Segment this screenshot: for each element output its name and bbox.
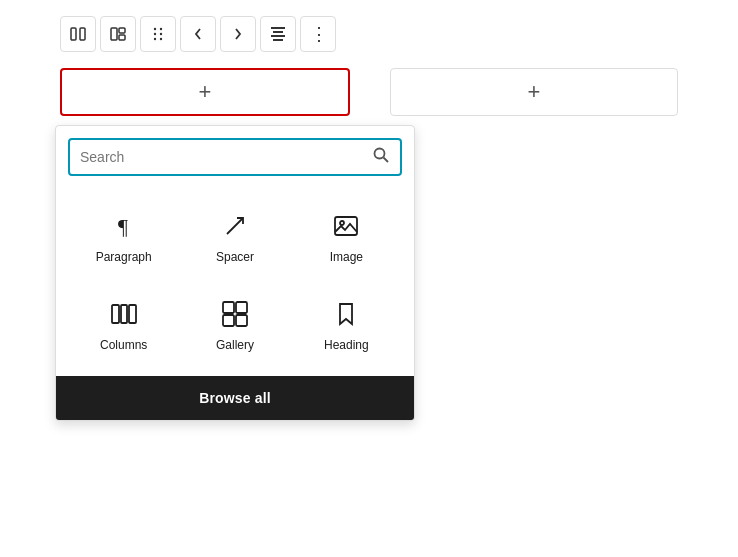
svg-rect-3: [119, 28, 125, 33]
svg-point-20: [340, 221, 344, 225]
search-icon: [372, 146, 390, 168]
svg-line-18: [227, 218, 243, 234]
heading-label: Heading: [324, 338, 369, 352]
add-block-left-button[interactable]: +: [60, 68, 350, 116]
svg-rect-27: [236, 315, 247, 326]
block-item-columns[interactable]: Columns: [72, 284, 175, 364]
gallery-icon: [217, 296, 253, 332]
spacer-label: Spacer: [216, 250, 254, 264]
drag-handle-button[interactable]: [140, 16, 176, 52]
columns-icon: [106, 296, 142, 332]
content-row: + +: [0, 60, 738, 124]
prev-button[interactable]: [180, 16, 216, 52]
svg-rect-1: [80, 28, 85, 40]
block-inserter-popup: ¶ Paragraph Spacer: [55, 125, 415, 421]
svg-rect-25: [236, 302, 247, 313]
svg-line-16: [384, 158, 389, 163]
svg-point-6: [154, 33, 156, 35]
browse-all-button[interactable]: Browse all: [56, 376, 414, 420]
block-item-gallery[interactable]: Gallery: [183, 284, 286, 364]
svg-rect-24: [223, 302, 234, 313]
spacer-icon: [217, 208, 253, 244]
svg-rect-13: [271, 35, 285, 37]
search-input[interactable]: [80, 149, 364, 165]
svg-point-7: [154, 38, 156, 40]
add-block-right-button[interactable]: +: [390, 68, 678, 116]
svg-point-8: [160, 28, 162, 30]
toolbar: ⋮: [0, 0, 738, 60]
svg-point-15: [375, 149, 385, 159]
svg-rect-4: [119, 35, 125, 40]
svg-rect-21: [112, 305, 119, 323]
block-item-spacer[interactable]: Spacer: [183, 196, 286, 276]
gallery-label: Gallery: [216, 338, 254, 352]
svg-rect-14: [273, 39, 283, 41]
align-button[interactable]: [260, 16, 296, 52]
columns-label: Columns: [100, 338, 147, 352]
block-item-heading[interactable]: Heading: [295, 284, 398, 364]
image-label: Image: [330, 250, 363, 264]
svg-rect-11: [271, 27, 285, 29]
paragraph-icon: ¶: [106, 208, 142, 244]
block-item-image[interactable]: Image: [295, 196, 398, 276]
svg-rect-2: [111, 28, 117, 40]
svg-rect-0: [71, 28, 76, 40]
svg-point-10: [160, 38, 162, 40]
search-box[interactable]: [68, 138, 402, 176]
more-options-button[interactable]: ⋮: [300, 16, 336, 52]
svg-text:¶: ¶: [118, 214, 128, 239]
heading-icon: [328, 296, 364, 332]
block-item-paragraph[interactable]: ¶ Paragraph: [72, 196, 175, 276]
svg-rect-12: [273, 31, 283, 33]
add-left-icon: +: [199, 79, 212, 105]
svg-rect-22: [121, 305, 127, 323]
columns-layout-button[interactable]: [60, 16, 96, 52]
next-button[interactable]: [220, 16, 256, 52]
svg-rect-23: [129, 305, 136, 323]
image-icon: [328, 208, 364, 244]
svg-rect-26: [223, 315, 234, 326]
blocks-grid: ¶ Paragraph Spacer: [56, 184, 414, 376]
search-section: [56, 126, 414, 184]
layout-button[interactable]: [100, 16, 136, 52]
paragraph-label: Paragraph: [96, 250, 152, 264]
svg-point-5: [154, 28, 156, 30]
add-right-icon: +: [528, 79, 541, 105]
svg-point-9: [160, 33, 162, 35]
svg-rect-19: [335, 217, 357, 235]
